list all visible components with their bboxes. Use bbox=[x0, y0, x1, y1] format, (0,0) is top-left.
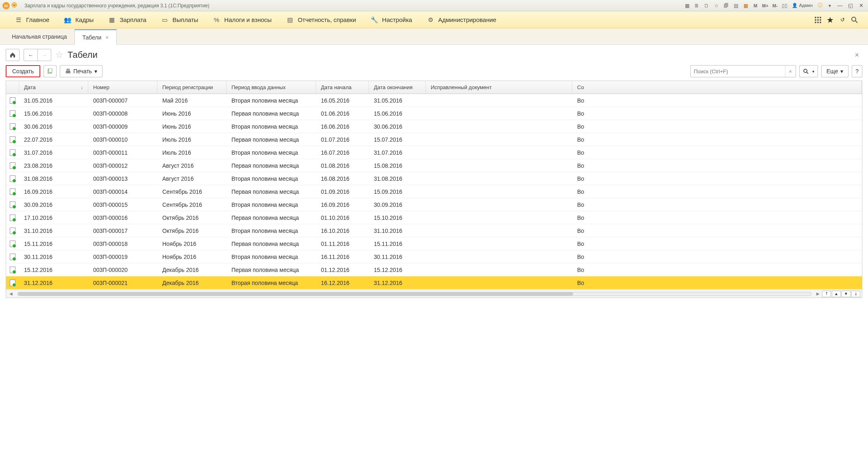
tool-icon-3[interactable]: 🗋 bbox=[702, 2, 711, 10]
horizontal-scrollbar[interactable]: ◄ ► ⤒ ▲ ▼ ⤓ bbox=[6, 289, 862, 298]
scroll-up-button[interactable]: ▲ bbox=[832, 291, 841, 297]
col-input-period[interactable]: Период ввода данных bbox=[227, 81, 316, 94]
menu-nastroika[interactable]: 🔧Настройка bbox=[363, 11, 419, 28]
table-row[interactable]: 15.12.2016003П-000020Декабрь 2016Первая … bbox=[6, 263, 862, 276]
current-user[interactable]: 👤 Админ bbox=[790, 3, 814, 8]
search-input[interactable] bbox=[691, 68, 785, 74]
panel-icon[interactable]: ▯▯ bbox=[781, 2, 789, 10]
cell-last: Во bbox=[572, 185, 862, 198]
maximize-button[interactable]: ◱ bbox=[846, 2, 855, 9]
table-row[interactable]: 31.08.2016003П-000013Август 2016Вторая п… bbox=[6, 172, 862, 185]
table-header: Дата↓ Номер Период регистрации Период вв… bbox=[6, 81, 862, 94]
close-page-button[interactable]: × bbox=[851, 49, 862, 61]
table-row[interactable]: 16.09.2016003П-000014Сентябрь 2016Первая… bbox=[6, 185, 862, 198]
search-field[interactable]: × bbox=[690, 65, 796, 77]
back-button[interactable]: ← bbox=[24, 49, 37, 61]
table-row[interactable]: 17.10.2016003П-000016Октябрь 2016Первая … bbox=[6, 211, 862, 224]
search-icon[interactable] bbox=[848, 14, 861, 26]
more-button[interactable]: Еще▾ bbox=[821, 65, 849, 77]
dropdown-icon[interactable]: ▾ bbox=[826, 2, 834, 10]
history-icon[interactable]: ↺ bbox=[836, 14, 848, 26]
tool-icon-2[interactable]: 🗎 bbox=[693, 2, 701, 10]
create-button[interactable]: Создать bbox=[6, 65, 40, 77]
tab-start-page[interactable]: Начальная страница bbox=[4, 29, 74, 44]
table-row[interactable]: 31.05.2016003П-000007Май 2016Вторая поло… bbox=[6, 94, 862, 107]
cell-last: Во bbox=[572, 159, 862, 172]
scroll-track[interactable] bbox=[17, 292, 811, 296]
tab-tabeli[interactable]: Табели× bbox=[74, 29, 116, 45]
cell-last: Во bbox=[572, 133, 862, 146]
close-tab-icon[interactable]: × bbox=[105, 34, 109, 41]
calendar-icon[interactable]: ▦ bbox=[742, 2, 750, 10]
star-icon[interactable]: ★ bbox=[824, 14, 836, 26]
col-date[interactable]: Дата↓ bbox=[19, 81, 88, 94]
scroll-bottom-button[interactable]: ⤓ bbox=[851, 291, 860, 297]
find-button[interactable]: ▾ bbox=[799, 65, 818, 77]
memory-m[interactable]: M bbox=[751, 2, 759, 10]
cell-reg-period: Ноябрь 2016 bbox=[157, 250, 227, 263]
menu-admin[interactable]: ⚙Администрирование bbox=[419, 11, 504, 28]
scroll-thumb[interactable] bbox=[18, 292, 573, 296]
row-status-icon bbox=[6, 237, 19, 250]
row-status-icon bbox=[6, 120, 19, 133]
table-row[interactable]: 15.06.2016003П-000008Июнь 2016Первая пол… bbox=[6, 107, 862, 120]
cell-fixed-doc bbox=[426, 133, 572, 146]
menu-vyplaty[interactable]: ▭Выплаты bbox=[154, 11, 205, 28]
cell-input-period: Вторая половина месяца bbox=[227, 276, 316, 289]
table-row[interactable]: 22.07.2016003П-000010Июль 2016Первая пол… bbox=[6, 133, 862, 146]
calc-icon[interactable]: ▤ bbox=[732, 2, 740, 10]
cell-reg-period: Декабрь 2016 bbox=[157, 276, 227, 289]
home-button[interactable] bbox=[6, 49, 20, 61]
scroll-right-icon[interactable]: ► bbox=[815, 291, 821, 297]
menu-kadry[interactable]: 👥Кадры bbox=[57, 11, 101, 28]
scroll-top-button[interactable]: ⤒ bbox=[822, 291, 831, 297]
menu-main[interactable]: ☰Главное bbox=[7, 11, 57, 28]
close-window-button[interactable]: ✕ bbox=[857, 2, 866, 9]
dropdown-toggle[interactable] bbox=[11, 2, 19, 9]
cell-input-period: Первая половина месяца bbox=[227, 159, 316, 172]
apps-icon[interactable] bbox=[812, 14, 824, 26]
cell-reg-period: Август 2016 bbox=[157, 172, 227, 185]
table-row[interactable]: 15.11.2016003П-000018Ноябрь 2016Первая п… bbox=[6, 237, 862, 250]
col-reg-period[interactable]: Период регистрации bbox=[157, 81, 227, 94]
print-button[interactable]: 🖶Печать▾ bbox=[60, 65, 103, 77]
cell-reg-period: Декабрь 2016 bbox=[157, 263, 227, 276]
scroll-left-icon[interactable]: ◄ bbox=[8, 291, 14, 297]
table-row[interactable]: 30.06.2016003П-000009Июнь 2016Вторая пол… bbox=[6, 120, 862, 133]
info-icon[interactable]: ⓘ bbox=[816, 2, 824, 10]
help-button[interactable]: ? bbox=[852, 65, 862, 77]
table-row[interactable]: 30.11.2016003П-000019Ноябрь 2016Вторая п… bbox=[6, 250, 862, 263]
table-row[interactable]: 31.07.2016003П-000011Июль 2016Вторая пол… bbox=[6, 146, 862, 159]
row-status-icon bbox=[6, 198, 19, 211]
cell-input-period: Первая половина месяца bbox=[227, 237, 316, 250]
cell-date: 31.08.2016 bbox=[19, 172, 88, 185]
favorite-star-icon[interactable]: ☆ bbox=[55, 50, 63, 60]
menu-otchet[interactable]: ▤Отчетность, справки bbox=[279, 11, 363, 28]
memory-mminus[interactable]: M- bbox=[771, 2, 779, 10]
tool-icon-4[interactable]: 🗐 bbox=[722, 2, 730, 10]
col-date-start[interactable]: Дата начала bbox=[316, 81, 369, 94]
row-status-icon bbox=[6, 185, 19, 198]
favorite-icon[interactable]: ☆ bbox=[712, 2, 720, 10]
col-number[interactable]: Номер bbox=[88, 81, 157, 94]
table-row[interactable]: 23.08.2016003П-000012Август 2016Первая п… bbox=[6, 159, 862, 172]
scroll-down-button[interactable]: ▼ bbox=[842, 291, 851, 297]
menu-nalogi[interactable]: %Налоги и взносы bbox=[205, 11, 279, 28]
table-row[interactable]: 31.12.2016003П-000021Декабрь 2016Вторая … bbox=[6, 276, 862, 289]
minimize-button[interactable]: — bbox=[835, 2, 844, 9]
cell-last: Во bbox=[572, 237, 862, 250]
col-last[interactable]: Со bbox=[572, 81, 862, 94]
svg-point-7 bbox=[815, 22, 816, 23]
menu-zarplata[interactable]: ▦Зарплата bbox=[101, 11, 154, 28]
col-fixed-doc[interactable]: Исправленный документ bbox=[426, 81, 572, 94]
col-icon[interactable] bbox=[6, 81, 19, 94]
table-row[interactable]: 30.09.2016003П-000015Сентябрь 2016Вторая… bbox=[6, 198, 862, 211]
copy-button[interactable] bbox=[44, 65, 57, 77]
memory-mplus[interactable]: M+ bbox=[761, 2, 769, 10]
clear-search-icon[interactable]: × bbox=[785, 66, 796, 77]
cell-fixed-doc bbox=[426, 224, 572, 237]
col-date-end[interactable]: Дата окончания bbox=[369, 81, 426, 94]
forward-button[interactable]: → bbox=[37, 49, 51, 61]
tool-icon-1[interactable]: ▦ bbox=[683, 2, 691, 10]
table-row[interactable]: 31.10.2016003П-000017Октябрь 2016Вторая … bbox=[6, 224, 862, 237]
